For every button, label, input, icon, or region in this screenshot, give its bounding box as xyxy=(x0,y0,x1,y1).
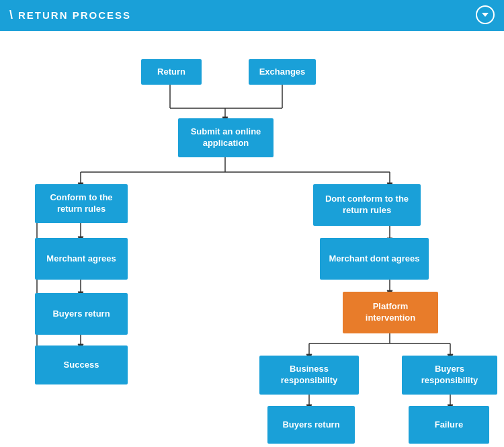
box-business-resp: Business responsibility xyxy=(259,356,359,395)
box-merchant-dont: Merchant dont agrees xyxy=(320,238,429,280)
box-dont-conform: Dont conform to the return rules xyxy=(313,184,421,226)
box-submit: Submit an online application xyxy=(178,118,274,157)
page-header: \ RETURN PROCESS xyxy=(0,0,504,31)
box-return: Return xyxy=(141,59,202,85)
header-slash: \ xyxy=(9,8,13,22)
box-conform: Conform to the return rules xyxy=(35,184,128,223)
chevron-down-icon xyxy=(480,10,490,19)
box-buyers-return-left: Buyers return xyxy=(35,293,128,335)
svg-marker-0 xyxy=(482,13,489,17)
box-buyers-resp: Buyers responsibility xyxy=(402,356,497,395)
box-failure: Failure xyxy=(409,406,489,444)
header-icon[interactable] xyxy=(476,5,495,24)
diagram-area: Return Exchanges Submit an online applic… xyxy=(0,31,504,447)
box-buyers-return-right: Buyers return xyxy=(267,406,355,444)
box-exchanges: Exchanges xyxy=(249,59,316,85)
header-title: RETURN PROCESS xyxy=(18,9,131,21)
box-platform: Platform intervention xyxy=(343,292,438,333)
header-left: \ RETURN PROCESS xyxy=(9,8,131,22)
box-success: Success xyxy=(35,346,128,384)
box-merchant-agrees: Merchant agrees xyxy=(35,238,128,280)
